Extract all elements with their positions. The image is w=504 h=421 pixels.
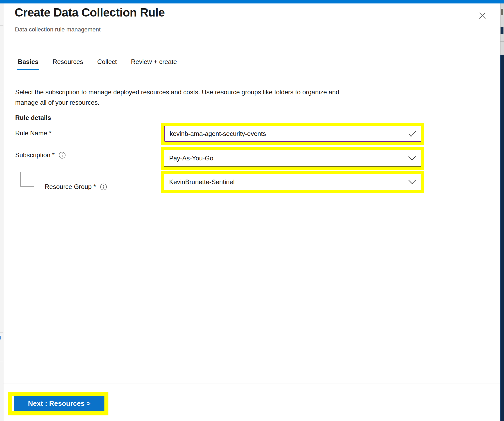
- background-divider: [0, 332, 3, 333]
- next-button-highlight: Next : Resources >: [8, 392, 108, 415]
- wizard-tabs: Basics Resources Collect Review + create: [18, 58, 177, 70]
- rule-details-heading: Rule details: [15, 114, 51, 122]
- hierarchy-connector-vertical: [20, 172, 21, 187]
- rule-name-input[interactable]: kevinb-ama-agent-security-events: [164, 126, 421, 142]
- subscription-description: Select the subscription to manage deploy…: [15, 87, 339, 108]
- info-icon[interactable]: [100, 183, 107, 191]
- background-accent-mark: [0, 336, 1, 339]
- footer-divider: [3, 383, 500, 383]
- chevron-down-icon: [407, 179, 417, 185]
- resource-group-label: Resource Group *: [45, 183, 107, 191]
- description-line-1: Select the subscription to manage deploy…: [15, 87, 339, 97]
- resource-group-value: KevinBrunette-Sentinel: [164, 178, 234, 186]
- background-artifact: [501, 9, 503, 15]
- background-page-left-edge: [0, 3, 3, 421]
- tab-basics[interactable]: Basics: [18, 58, 38, 70]
- azure-top-bar: [0, 0, 504, 3]
- close-icon: [478, 12, 486, 20]
- subscription-label-text: Subscription *: [15, 151, 55, 159]
- subscription-value: Pay-As-You-Go: [164, 155, 213, 162]
- resource-group-label-text: Resource Group *: [45, 183, 96, 191]
- tab-resources[interactable]: Resources: [52, 58, 83, 70]
- page-title: Create Data Collection Rule: [15, 6, 165, 19]
- subscription-dropdown[interactable]: Pay-As-You-Go: [164, 150, 421, 167]
- background-divider: [0, 92, 3, 92]
- chevron-down-icon: [407, 155, 417, 161]
- background-divider: [0, 361, 3, 361]
- subscription-label: Subscription *: [15, 151, 66, 159]
- resource-group-dropdown[interactable]: KevinBrunette-Sentinel: [164, 174, 421, 190]
- description-line-2: manage all of your resources.: [15, 97, 339, 108]
- tab-collect[interactable]: Collect: [97, 58, 117, 70]
- rule-name-label-text: Rule Name *: [15, 129, 51, 137]
- rule-name-value: kevinb-ama-agent-security-events: [165, 130, 266, 137]
- checkmark-icon: [408, 130, 417, 137]
- close-button[interactable]: [477, 11, 487, 21]
- next-resources-button[interactable]: Next : Resources >: [14, 396, 104, 411]
- tab-review-create[interactable]: Review + create: [131, 58, 177, 70]
- page-subtitle: Data collection rule management: [15, 26, 101, 33]
- rule-name-label: Rule Name *: [15, 129, 51, 137]
- background-artifact: [500, 41, 504, 42]
- background-pane-edge: [500, 55, 504, 421]
- highlight-gap: [12, 396, 14, 411]
- background-divider: [0, 25, 3, 26]
- background-artifact: [501, 27, 503, 34]
- info-icon[interactable]: [59, 152, 66, 159]
- create-data-collection-rule-screen: Create Data Collection Rule Data collect…: [0, 0, 504, 421]
- hierarchy-connector-horizontal: [20, 186, 34, 187]
